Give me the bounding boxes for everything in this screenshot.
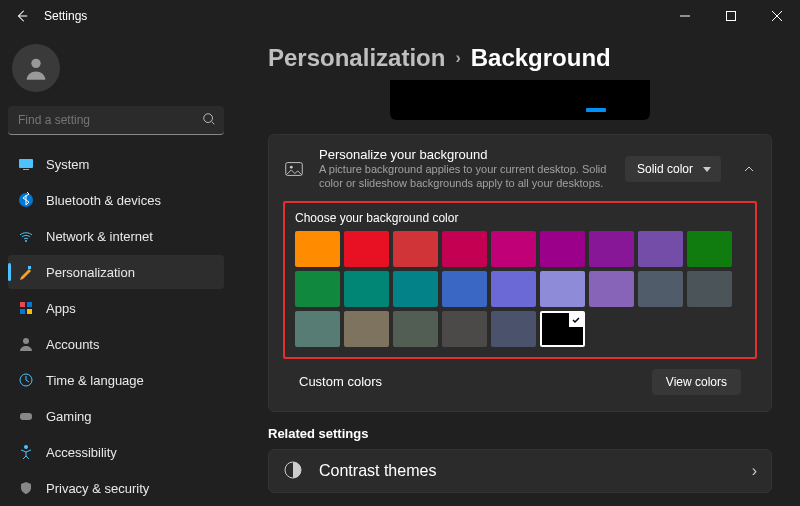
view-colors-button[interactable]: View colors (652, 369, 741, 395)
svg-rect-11 (27, 309, 32, 314)
background-type-dropdown[interactable]: Solid color (625, 156, 721, 182)
sidebar-item-label: Accessibility (46, 445, 117, 460)
related-heading: Related settings (268, 426, 772, 441)
wifi-icon (18, 228, 34, 244)
svg-point-2 (204, 114, 213, 123)
color-label: Choose your background color (295, 211, 745, 225)
color-swatch[interactable] (442, 231, 487, 267)
color-swatch[interactable] (295, 271, 340, 307)
color-swatch[interactable] (344, 231, 389, 267)
sidebar-item-label: Personalization (46, 265, 135, 280)
color-swatch[interactable] (589, 231, 634, 267)
sidebar: System Bluetooth & devices Network & int… (0, 32, 232, 506)
sidebar-item-privacy[interactable]: Privacy & security (8, 471, 224, 505)
sidebar-item-label: Network & internet (46, 229, 153, 244)
window-title: Settings (44, 9, 87, 23)
color-swatch[interactable] (540, 311, 585, 347)
sidebar-item-label: Apps (46, 301, 76, 316)
sidebar-item-time[interactable]: Time & language (8, 363, 224, 397)
svg-point-15 (24, 445, 28, 449)
display-icon (18, 156, 34, 172)
card-sub: A picture background applies to your cur… (319, 162, 611, 191)
svg-rect-14 (20, 413, 32, 420)
close-button[interactable] (754, 0, 800, 32)
color-swatch[interactable] (589, 271, 634, 307)
arrow-left-icon (15, 9, 29, 23)
sidebar-item-system[interactable]: System (8, 147, 224, 181)
color-swatch[interactable] (540, 271, 585, 307)
check-icon (569, 313, 583, 327)
contrast-label: Contrast themes (319, 462, 436, 480)
maximize-button[interactable] (708, 0, 754, 32)
sidebar-item-label: System (46, 157, 89, 172)
svg-rect-4 (23, 169, 29, 170)
bluetooth-icon (18, 192, 34, 208)
contrast-icon (283, 460, 305, 482)
chevron-right-icon: › (752, 462, 757, 480)
gamepad-icon (18, 408, 34, 424)
preview-accent (586, 108, 606, 112)
sidebar-item-label: Bluetooth & devices (46, 193, 161, 208)
search-icon (202, 112, 216, 130)
breadcrumb: Personalization › Background (268, 44, 772, 72)
sidebar-item-label: Privacy & security (46, 481, 149, 496)
color-swatch[interactable] (344, 311, 389, 347)
sidebar-item-gaming[interactable]: Gaming (8, 399, 224, 433)
color-swatch[interactable] (442, 271, 487, 307)
main-content: Personalization › Background Personalize… (232, 32, 800, 506)
search-input[interactable] (8, 106, 224, 135)
minimize-button[interactable] (662, 0, 708, 32)
back-button[interactable] (8, 2, 36, 30)
minimize-icon (680, 11, 690, 21)
svg-rect-7 (28, 266, 31, 269)
color-swatch[interactable] (491, 231, 536, 267)
color-swatch[interactable] (295, 231, 340, 267)
contrast-themes-row[interactable]: Contrast themes › (268, 449, 772, 493)
color-swatch[interactable] (393, 271, 438, 307)
close-icon (772, 11, 782, 21)
svg-rect-3 (19, 159, 33, 168)
color-swatch[interactable] (442, 311, 487, 347)
apps-icon (18, 300, 34, 316)
custom-colors-label: Custom colors (299, 374, 382, 389)
color-swatch[interactable] (540, 231, 585, 267)
color-swatch[interactable] (638, 271, 683, 307)
svg-rect-8 (20, 302, 25, 307)
collapse-button[interactable] (741, 161, 757, 177)
sidebar-item-label: Gaming (46, 409, 92, 424)
color-swatch[interactable] (393, 311, 438, 347)
sidebar-item-label: Time & language (46, 373, 144, 388)
color-swatch[interactable] (344, 271, 389, 307)
sidebar-item-apps[interactable]: Apps (8, 291, 224, 325)
chevron-up-icon (743, 163, 755, 175)
card-heading: Personalize your background (319, 147, 611, 162)
page-title: Background (471, 44, 611, 72)
background-card: Personalize your background A picture ba… (268, 134, 772, 412)
picture-icon (283, 158, 305, 180)
color-swatch[interactable] (393, 231, 438, 267)
paint-icon (18, 264, 34, 280)
sidebar-item-label: Accounts (46, 337, 99, 352)
svg-rect-0 (727, 12, 736, 21)
color-swatch[interactable] (295, 311, 340, 347)
color-swatch[interactable] (491, 271, 536, 307)
sidebar-item-network[interactable]: Network & internet (8, 219, 224, 253)
breadcrumb-parent[interactable]: Personalization (268, 44, 445, 72)
color-swatch[interactable] (638, 231, 683, 267)
color-picker-section: Choose your background color (283, 201, 757, 359)
color-swatch[interactable] (687, 271, 732, 307)
sidebar-item-accessibility[interactable]: Accessibility (8, 435, 224, 469)
sidebar-item-bluetooth[interactable]: Bluetooth & devices (8, 183, 224, 217)
chevron-right-icon: › (455, 49, 460, 67)
color-swatch[interactable] (687, 231, 732, 267)
svg-rect-9 (27, 302, 32, 307)
avatar[interactable] (12, 44, 60, 92)
desktop-preview (390, 80, 650, 120)
sidebar-item-accounts[interactable]: Accounts (8, 327, 224, 361)
svg-point-1 (31, 59, 40, 68)
shield-icon (18, 480, 34, 496)
svg-point-17 (290, 166, 293, 169)
svg-point-12 (23, 338, 29, 344)
color-swatch[interactable] (491, 311, 536, 347)
sidebar-item-personalization[interactable]: Personalization (8, 255, 224, 289)
